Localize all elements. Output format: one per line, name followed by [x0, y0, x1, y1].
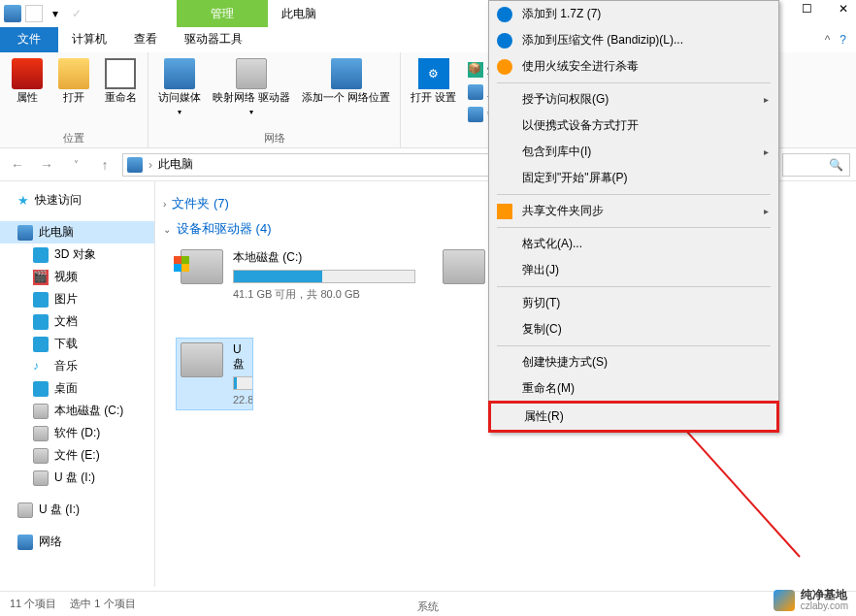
- sidebar-item-music[interactable]: ♪音乐: [0, 355, 154, 377]
- drive-icon: [33, 426, 49, 441]
- menu-separator: [497, 82, 771, 83]
- sidebar-item-pictures[interactable]: 图片: [0, 288, 154, 310]
- nav-history-icon[interactable]: ˅: [64, 153, 87, 177]
- chevron-right-icon: ▸: [764, 206, 769, 216]
- qat-item[interactable]: ✓: [68, 5, 85, 22]
- watermark-name: 纯净基地: [801, 589, 848, 600]
- desktop-icon: [33, 381, 49, 397]
- access-media-button[interactable]: 访问媒体▾: [156, 56, 203, 120]
- status-bar: 11 个项目 选中 1 个项目: [0, 591, 856, 616]
- nav-up-icon[interactable]: ↑: [93, 153, 116, 177]
- qat-item[interactable]: [25, 5, 43, 22]
- ribbon-collapse-icon[interactable]: ^: [825, 33, 831, 47]
- menu-item-properties[interactable]: 属性(R): [491, 404, 776, 430]
- open-settings-button[interactable]: ⚙打开 设置: [409, 56, 458, 106]
- menu-item-share-sync[interactable]: 共享文件夹同步▸: [489, 198, 778, 224]
- menu-item-format[interactable]: 格式化(A)...: [489, 231, 778, 257]
- drive-icon: [33, 448, 49, 464]
- nav-back-icon[interactable]: ←: [6, 153, 29, 177]
- sidebar-item-this-pc[interactable]: 此电脑: [0, 221, 154, 243]
- menu-item-create-shortcut[interactable]: 创建快捷方式(S): [489, 349, 778, 375]
- download-icon: [33, 337, 49, 352]
- sidebar-item-videos[interactable]: 🎬视频: [0, 266, 154, 288]
- menu-separator: [497, 286, 771, 287]
- navigation-pane: ★快速访问 此电脑 3D 对象 🎬视频 图片 文档 下载 ♪音乐 桌面 本地磁盘…: [0, 181, 155, 587]
- tab-drive-tools[interactable]: 驱动器工具: [171, 27, 256, 52]
- menu-separator: [497, 227, 771, 228]
- sidebar-item-documents[interactable]: 文档: [0, 310, 154, 333]
- qat-item[interactable]: ▾: [47, 5, 64, 22]
- document-icon: [33, 314, 49, 330]
- contextual-tab-manage[interactable]: 管理: [177, 0, 268, 27]
- close-button[interactable]: ✕: [835, 2, 852, 16]
- sync-icon: [497, 204, 512, 219]
- tab-file[interactable]: 文件: [0, 27, 58, 52]
- properties-button[interactable]: 属性: [8, 56, 47, 106]
- menu-separator: [497, 194, 771, 195]
- search-input[interactable]: 🔍: [782, 153, 850, 177]
- sidebar-item-files-e[interactable]: 文件 (E:): [0, 444, 154, 467]
- group-label: 网络: [156, 129, 392, 146]
- menu-item-include-lib[interactable]: 包含到库中(I)▸: [489, 139, 778, 165]
- help-icon[interactable]: ?: [840, 33, 846, 47]
- picture-icon: [33, 292, 49, 308]
- network-icon: [17, 535, 33, 550]
- drive-icon: [33, 470, 49, 486]
- menu-item-grant-access[interactable]: 授予访问权限(G)▸: [489, 86, 778, 113]
- map-drive-button[interactable]: 映射网络 驱动器▾: [211, 56, 292, 120]
- chevron-right-icon: ▸: [764, 94, 769, 105]
- star-icon: ★: [17, 193, 29, 208]
- menu-item-copy[interactable]: 复制(C): [489, 316, 778, 342]
- address-box[interactable]: › 此电脑: [122, 153, 491, 177]
- search-icon: 🔍: [829, 158, 843, 172]
- drive-item-usb[interactable]: U 盘22.8: [177, 339, 252, 409]
- quick-access-toolbar: ▾ ✓: [0, 5, 85, 22]
- drive-icon: [181, 342, 223, 377]
- open-button[interactable]: 打开: [54, 56, 93, 106]
- sidebar-item-usb-i-2[interactable]: U 盘 (I:): [0, 499, 154, 521]
- rename-button[interactable]: 重命名: [101, 56, 140, 106]
- menu-item-add-7z[interactable]: 添加到 1.7Z (7): [489, 1, 778, 27]
- music-icon: ♪: [33, 359, 49, 374]
- sidebar-item-3d-objects[interactable]: 3D 对象: [0, 243, 154, 266]
- menu-item-huorong[interactable]: 使用火绒安全进行杀毒: [489, 53, 778, 80]
- nav-forward-icon[interactable]: →: [35, 153, 58, 177]
- drive-item-c[interactable]: 本地磁盘 (C:)41.1 GB 可用，共 80.0 GB: [177, 245, 419, 319]
- status-item-count: 11 个项目: [10, 597, 56, 611]
- maximize-button[interactable]: ☐: [798, 2, 815, 16]
- bandizip-icon: [497, 33, 512, 49]
- menu-item-cut[interactable]: 剪切(T): [489, 290, 778, 316]
- bandizip-icon: [497, 7, 512, 22]
- pc-icon: [127, 157, 143, 173]
- menu-item-pin-start[interactable]: 固定到"开始"屏幕(P): [489, 165, 778, 191]
- video-icon: 🎬: [33, 270, 49, 285]
- sidebar-item-soft-d[interactable]: 软件 (D:): [0, 422, 154, 444]
- add-network-location-button[interactable]: 添加一个 网络位置: [300, 56, 392, 120]
- drive-icon: [181, 249, 223, 284]
- breadcrumb[interactable]: 此电脑: [158, 156, 193, 173]
- menu-item-add-bandizip[interactable]: 添加到压缩文件 (Bandizip)(L)...: [489, 27, 778, 53]
- window-title: 此电脑: [281, 6, 316, 22]
- sidebar-item-quick-access[interactable]: ★快速访问: [0, 189, 154, 211]
- watermark-url: czlaby.com: [801, 600, 848, 612]
- folder-icon: [33, 247, 49, 263]
- tab-view[interactable]: 查看: [120, 27, 171, 52]
- sidebar-item-desktop[interactable]: 桌面: [0, 377, 154, 400]
- drive-icon: [33, 404, 49, 419]
- sidebar-item-network[interactable]: 网络: [0, 531, 154, 553]
- ribbon-group-location: 属性 打开 重命名 位置: [0, 52, 148, 147]
- menu-separator: [497, 345, 771, 346]
- drive-icon: [443, 249, 485, 284]
- chevron-right-icon: ▸: [764, 146, 769, 157]
- sidebar-item-downloads[interactable]: 下载: [0, 333, 154, 355]
- menu-item-eject[interactable]: 弹出(J): [489, 257, 778, 283]
- app-icon: [4, 5, 21, 22]
- sidebar-item-local-c[interactable]: 本地磁盘 (C:): [0, 400, 154, 422]
- menu-item-portable[interactable]: 以便携式设备方式打开: [489, 113, 778, 139]
- pc-icon: [17, 225, 33, 241]
- tab-computer[interactable]: 计算机: [58, 27, 120, 52]
- sidebar-item-usb-i[interactable]: U 盘 (I:): [0, 467, 154, 489]
- ribbon-group-network: 访问媒体▾ 映射网络 驱动器▾ 添加一个 网络位置 网络: [148, 52, 401, 147]
- menu-item-rename[interactable]: 重命名(M): [489, 375, 778, 402]
- chevron-right-icon: ›: [163, 199, 166, 210]
